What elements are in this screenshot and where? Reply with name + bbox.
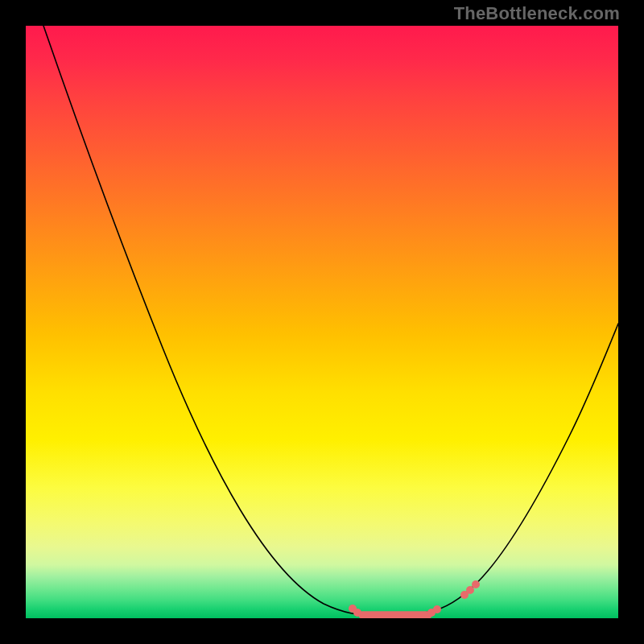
chart-svg: [26, 26, 618, 618]
watermark-text: TheBottleneck.com: [454, 3, 620, 24]
plot-area: [26, 26, 618, 618]
chart-frame: TheBottleneck.com: [0, 0, 644, 644]
bottleneck-curve: [43, 26, 618, 616]
marker-dot: [433, 605, 441, 613]
marker-dot: [472, 580, 480, 588]
highlight-markers: [349, 580, 480, 617]
curve-group: [43, 26, 618, 616]
